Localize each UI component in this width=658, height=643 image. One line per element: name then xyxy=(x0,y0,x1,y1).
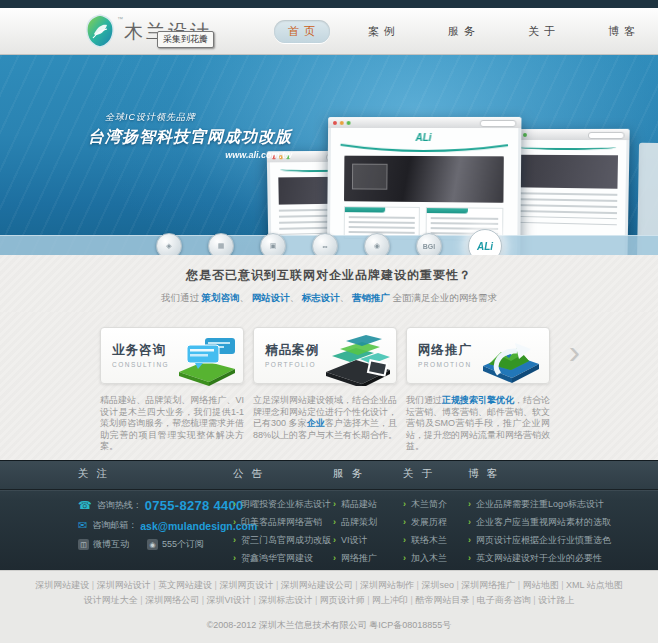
intro-part[interactable]: 标志设计 xyxy=(302,292,340,303)
intro-part[interactable]: 全面满足企业的网络需求 xyxy=(390,292,497,303)
seo-link[interactable]: XML 站点地图 xyxy=(566,580,623,590)
notice-link[interactable]: ›明曜投资企业标志设计 xyxy=(233,498,335,511)
copyright-text: ©2008-2012 深圳木兰信息技术有限公司 粤ICP备08018855号 xyxy=(0,619,658,632)
arrow-icon: › xyxy=(333,535,336,545)
carousel-indicator[interactable]: ▣ xyxy=(260,233,286,255)
portfolio-card[interactable]: 精品案例 PORTFOLIO xyxy=(253,327,397,384)
card-head: 精品案例 PORTFOLIO xyxy=(265,342,319,368)
promotion-card[interactable]: 网络推广 PROMOTION xyxy=(406,327,550,384)
rss-link[interactable]: 555个订阅 xyxy=(162,538,204,551)
seo-link[interactable]: 深圳网站建设 xyxy=(35,580,96,590)
seo-link[interactable]: 设计路上 xyxy=(538,595,574,605)
desc-part: 企业 xyxy=(307,418,325,428)
carousel-indicator[interactable]: ◈ xyxy=(156,233,182,255)
seo-link[interactable]: 深圳seo xyxy=(421,580,461,590)
service-link[interactable]: ›品牌策划 xyxy=(333,516,401,529)
intro-part[interactable]: 、 xyxy=(240,292,252,303)
seo-link[interactable]: 深圳网络公司 xyxy=(145,595,206,605)
services-list: ›精品建站›品牌策划›VI设计›网络推广 xyxy=(333,498,401,565)
arrow-icon: › xyxy=(468,535,471,545)
seo-link[interactable]: 网站地图 xyxy=(523,580,566,590)
nav-item[interactable]: 案例 xyxy=(354,20,410,43)
about-link[interactable]: ›加入木兰 xyxy=(403,552,465,565)
weibo-icon[interactable]: ◫ xyxy=(78,539,89,550)
blog-link[interactable]: ›英文网站建设对于企业的必要性 xyxy=(468,552,643,565)
intro-part[interactable]: 网站设计 xyxy=(252,292,290,303)
carousel-indicator[interactable]: ALi xyxy=(468,229,502,255)
browser-chrome-bar xyxy=(328,117,521,128)
arrow-icon: › xyxy=(468,553,471,563)
blog-link[interactable]: ›企业客户应当重视网站素材的选取 xyxy=(468,516,643,529)
weibo-link[interactable]: 微博互动 xyxy=(93,538,129,551)
about-label: 联络木兰 xyxy=(411,535,447,545)
card-title: 网络推广 xyxy=(418,342,472,359)
rss-icon[interactable]: ◉ xyxy=(147,539,158,550)
card-description: 精品建站、品牌策划、网络推广、VI设计是木兰四大业务，我们提供1-1策划师咨询服… xyxy=(100,395,244,453)
notice-link[interactable]: ›印美客品牌网络营销 xyxy=(233,516,335,529)
seo-link[interactable]: 英文网站建设 xyxy=(158,580,219,590)
nav-item[interactable]: 博客 xyxy=(594,20,650,43)
intro-part[interactable]: 营销推广 xyxy=(352,292,390,303)
client-logo-icon: ▣ xyxy=(270,242,277,250)
site-nav-arc xyxy=(339,143,510,154)
carousel-indicator[interactable]: BGI xyxy=(416,233,442,255)
about-label: 木兰简介 xyxy=(411,499,447,509)
nav-item[interactable]: 首页 xyxy=(274,20,330,43)
client-logo-icon: ◈ xyxy=(166,242,171,250)
notice-link[interactable]: ›贺三门岛官网成功改版 xyxy=(233,534,335,547)
banner-tagline: 全球IC设计领先品牌 xyxy=(105,111,292,124)
seo-link[interactable]: 深圳网站设计 xyxy=(97,580,158,590)
seo-link[interactable]: 深圳标志设计 xyxy=(258,595,319,605)
service-link[interactable]: ›精品建站 xyxy=(333,498,401,511)
service-link[interactable]: ›网络推广 xyxy=(333,552,401,565)
service-label: VI设计 xyxy=(341,535,368,545)
intro-part[interactable]: 策划咨询 xyxy=(202,292,240,303)
seo-link[interactable]: 深圳网页设计 xyxy=(219,580,280,590)
about-link[interactable]: ›发展历程 xyxy=(403,516,465,529)
seo-link[interactable]: 深圳VI设计 xyxy=(207,595,259,605)
blog-link[interactable]: ›企业品牌需要注重Logo标志设计 xyxy=(468,498,643,511)
consulting-card-wrap: 业务咨询 CONSULTING 精品建站、品牌策划、网络推广、VI设计是木兰四大… xyxy=(100,327,244,460)
promotion-icon xyxy=(471,328,549,386)
footer-follow-column: 关注 ☎ 咨询热线： 0755-8278 4400 ✉ 咨询邮箱： ask@mu… xyxy=(78,467,236,557)
card-title: 精品案例 xyxy=(265,342,319,359)
nav-item[interactable]: 关于 xyxy=(514,20,570,43)
seo-link[interactable]: 设计网址大全 xyxy=(84,595,145,605)
seo-link[interactable]: 深圳网络推广 xyxy=(461,580,522,590)
about-link[interactable]: ›木兰简介 xyxy=(403,498,465,511)
carousel-indicator[interactable]: ▦ xyxy=(208,233,234,255)
banner-text: 全球IC设计领先品牌 台湾扬智科技官网成功改版 www.ali.com.tw xyxy=(88,111,292,160)
consulting-card[interactable]: 业务咨询 CONSULTING xyxy=(100,327,244,384)
huaban-collect-button[interactable]: 采集到花瓣 xyxy=(157,31,214,48)
nav-item-label: 案例 xyxy=(368,25,400,37)
about-link[interactable]: ›联络木兰 xyxy=(403,534,465,547)
intro-part[interactable]: 、 xyxy=(340,292,352,303)
service-link[interactable]: ›VI设计 xyxy=(333,534,401,547)
nav-item[interactable]: 服务 xyxy=(434,20,490,43)
carousel-next-button[interactable]: › xyxy=(569,334,580,368)
blog-link[interactable]: ›网页设计应根据企业行业慎重选色 xyxy=(468,534,643,547)
notice-link[interactable]: ›贺鑫鸿华官网建设 xyxy=(233,552,335,565)
seo-links-row-2: 设计网址大全深圳网络公司深圳VI设计深圳标志设计网页设计师网上冲印酷帝网站目录电… xyxy=(0,593,658,608)
carousel-indicator[interactable]: ◉ xyxy=(364,233,390,255)
notice-label: 贺鑫鸿华官网建设 xyxy=(241,553,313,563)
logo-tm: ™ xyxy=(117,16,123,22)
seo-link[interactable]: 网页设计师 xyxy=(320,595,372,605)
carousel-indicator[interactable]: ∞ xyxy=(312,233,338,255)
nav-item-label: 服务 xyxy=(448,25,480,37)
footer-blog-column: 博客 ›企业品牌需要注重Logo标志设计›企业客户应当重视网站素材的选取›网页设… xyxy=(468,467,643,570)
banner-title: 台湾扬智科技官网成功改版 xyxy=(88,127,292,148)
notice-label: 明曜投资企业标志设计 xyxy=(241,499,331,509)
seo-link[interactable]: 网上冲印 xyxy=(372,595,415,605)
client-logo-icon: ◉ xyxy=(374,242,380,250)
seo-link[interactable]: 深圳网站建设公司 xyxy=(281,580,360,590)
services-cards-section: 业务咨询 CONSULTING 精品建站、品牌策划、网络推广、VI设计是木兰四大… xyxy=(0,312,658,460)
seo-link[interactable]: 电子商务咨询 xyxy=(477,595,538,605)
arrow-icon: › xyxy=(233,499,236,509)
seo-link[interactable]: 深圳网站制作 xyxy=(360,580,421,590)
intro-part[interactable]: 我们通过 xyxy=(161,292,202,303)
intro-part[interactable]: 、 xyxy=(290,292,302,303)
card-description: 我们通过正规搜索引擎优化，结合论坛营销、博客营销、邮件营销、软文营销及SMO营销… xyxy=(406,395,550,453)
notice-label: 贺三门岛官网成功改版 xyxy=(241,535,331,545)
seo-link[interactable]: 酷帝网站目录 xyxy=(415,595,476,605)
